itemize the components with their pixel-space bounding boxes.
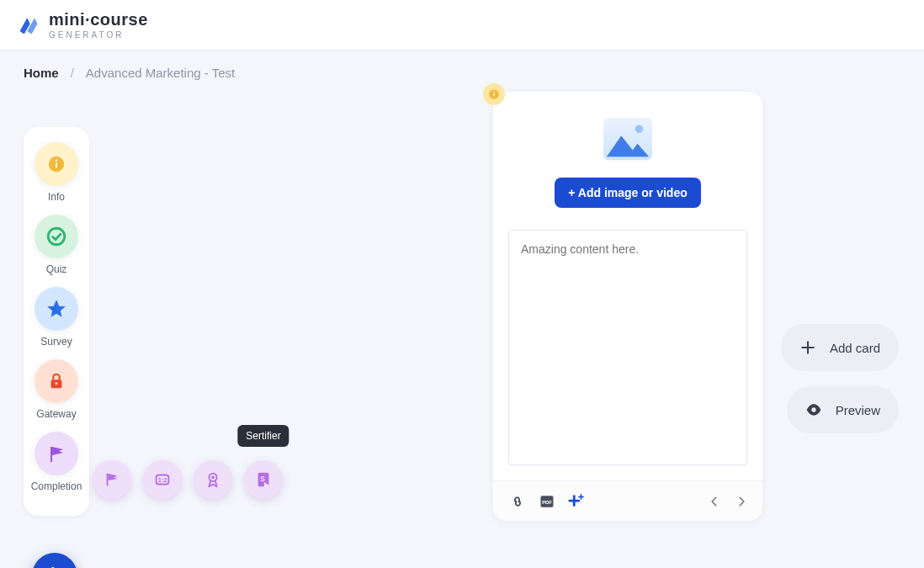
completion-icon bbox=[35, 432, 78, 475]
completion-subtype-sertifier[interactable]: S bbox=[244, 460, 283, 499]
add-card-button[interactable]: Add card bbox=[781, 324, 899, 371]
svg-point-17 bbox=[635, 125, 644, 134]
svg-point-3 bbox=[48, 228, 65, 245]
completion-subtype-form[interactable]: 1:2 bbox=[143, 460, 182, 499]
next-card-button[interactable] bbox=[735, 496, 747, 507]
svg-rect-14 bbox=[493, 93, 494, 97]
eye-icon bbox=[805, 401, 822, 418]
editor-footer: PDF bbox=[493, 480, 762, 521]
info-icon bbox=[35, 142, 78, 186]
prev-card-button[interactable] bbox=[709, 496, 720, 507]
logo-text: mini·course GENERATOR bbox=[49, 11, 148, 40]
logo-subtitle: GENERATOR bbox=[49, 31, 148, 40]
svg-text:1:2: 1:2 bbox=[158, 476, 167, 484]
completion-subtypes-row: 1:2 Sertifier S bbox=[93, 460, 283, 499]
completion-subtype-flag[interactable] bbox=[93, 460, 131, 499]
svg-text:S: S bbox=[260, 475, 265, 483]
svg-point-15 bbox=[493, 91, 495, 93]
gateway-icon bbox=[35, 359, 78, 403]
svg-point-20 bbox=[811, 407, 815, 411]
card-type-info-label: Info bbox=[48, 191, 65, 203]
card-type-badge bbox=[483, 83, 505, 105]
right-action-bar: Add card Preview bbox=[781, 324, 899, 433]
insert-add-icon[interactable] bbox=[567, 492, 586, 511]
preview-label: Preview bbox=[836, 403, 880, 417]
svg-rect-6 bbox=[50, 447, 52, 462]
svg-rect-1 bbox=[56, 162, 57, 167]
editor-card: + Add image or video PDF bbox=[493, 92, 762, 521]
content-textarea[interactable] bbox=[508, 230, 747, 465]
survey-icon bbox=[35, 287, 78, 331]
card-type-gateway[interactable]: Gateway bbox=[35, 359, 78, 420]
svg-text:PDF: PDF bbox=[542, 499, 552, 504]
card-type-completion[interactable]: Completion bbox=[31, 432, 82, 492]
svg-point-5 bbox=[56, 382, 58, 385]
sertifier-tooltip: Sertifier bbox=[237, 425, 289, 447]
card-type-survey[interactable]: Survey bbox=[35, 287, 78, 348]
breadcrumb: Home / Advanced Marketing - Test bbox=[0, 50, 924, 80]
add-media-button[interactable]: + Add image or video bbox=[555, 178, 700, 208]
logo[interactable]: mini·course GENERATOR bbox=[17, 11, 148, 40]
card-type-info[interactable]: Info bbox=[35, 142, 78, 203]
card-type-gateway-label: Gateway bbox=[36, 408, 76, 420]
card-type-quiz-label: Quiz bbox=[46, 263, 67, 275]
link-icon[interactable] bbox=[508, 492, 527, 511]
preview-button[interactable]: Preview bbox=[787, 386, 899, 433]
pdf-icon[interactable]: PDF bbox=[539, 493, 555, 510]
card-type-survey-label: Survey bbox=[40, 336, 72, 348]
editor-canvas: Info Quiz Survey Gateway Completion bbox=[0, 80, 924, 560]
app-header: mini·course GENERATOR bbox=[0, 0, 924, 50]
card-type-completion-label: Completion bbox=[31, 480, 82, 492]
card-type-palette: Info Quiz Survey Gateway Completion bbox=[24, 127, 89, 516]
add-card-label: Add card bbox=[830, 341, 880, 355]
svg-point-11 bbox=[211, 475, 215, 479]
breadcrumb-home[interactable]: Home bbox=[24, 66, 59, 80]
breadcrumb-current: Advanced Marketing - Test bbox=[86, 66, 235, 80]
logo-title: mini·course bbox=[49, 11, 148, 28]
completion-subtype-badge[interactable] bbox=[194, 460, 232, 499]
svg-rect-7 bbox=[107, 474, 109, 486]
logo-mark-icon bbox=[17, 13, 40, 37]
quiz-icon bbox=[35, 215, 78, 258]
media-area: + Add image or video bbox=[493, 92, 762, 216]
svg-point-2 bbox=[56, 159, 57, 161]
plus-icon bbox=[799, 339, 816, 356]
card-type-quiz[interactable]: Quiz bbox=[35, 215, 78, 275]
add-fab-button[interactable] bbox=[32, 553, 77, 568]
breadcrumb-separator: / bbox=[71, 66, 74, 80]
image-placeholder-icon bbox=[601, 115, 655, 164]
